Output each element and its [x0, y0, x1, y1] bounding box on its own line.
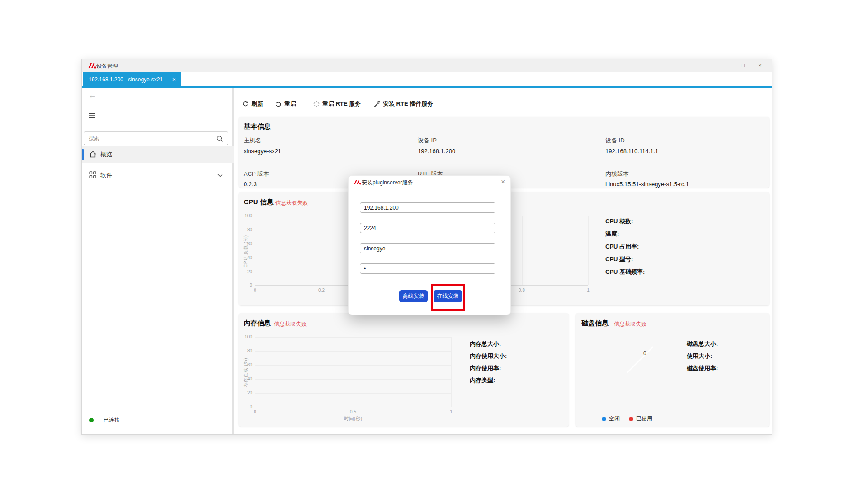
minimize-button[interactable]: — [714, 59, 732, 72]
sidebar-divider [82, 411, 232, 411]
app-logo-icon [87, 63, 96, 69]
window-title: 设备管理 [96, 62, 118, 70]
info-label: CPU 占用率: [605, 243, 645, 255]
field-label: 设备 ID [605, 136, 625, 145]
field-label: 主机名 [244, 136, 261, 145]
offline-install-button[interactable]: 离线安装 [399, 290, 428, 302]
maximize-button[interactable]: □ [734, 59, 752, 72]
y-tick: 80 [241, 348, 252, 353]
toolbar-label: 安装 RTE 插件服务 [383, 100, 433, 108]
legend-label: 空闲 [609, 415, 620, 422]
field-value: 192.168.1.200 [418, 148, 455, 155]
refresh-icon [242, 101, 249, 107]
tab-bar: 192.168.1.200 - sinsegye-sx21 × [82, 72, 772, 86]
memory-info-card: 内存信息 信息获取失败 内存负载 (%) 100 80 60 40 20 0 0… [239, 313, 569, 427]
info-label: 内存总大小: [470, 340, 507, 352]
app-logo-icon [353, 179, 361, 185]
hamburger-icon[interactable] [89, 113, 96, 118]
y-tick: 100 [241, 213, 252, 218]
password-field[interactable] [360, 263, 495, 274]
install-rte-plugin-button[interactable]: 安装 RTE 插件服务 [374, 99, 433, 109]
legend-free: 空闲 [602, 415, 620, 422]
tab-label: 192.168.1.200 - sinsegye-sx21 [89, 76, 163, 83]
y-tick: 40 [241, 376, 252, 381]
y-tick: 40 [241, 255, 252, 260]
install-pluginserver-dialog: 安装pluginserver服务 × 离线安装 在线安装 [348, 175, 511, 315]
x-tick: 0.8 [513, 288, 531, 293]
restart-rte-button[interactable]: 重启 RTE 服务 [313, 99, 361, 109]
info-label: 内存使用率: [470, 364, 507, 376]
x-tick: 0.2 [312, 288, 330, 293]
memory-chart [255, 337, 451, 407]
close-button[interactable]: × [751, 59, 769, 72]
selected-indicator [82, 149, 84, 160]
dialog-close-icon[interactable]: × [501, 178, 505, 185]
error-text: 信息获取失败 [274, 320, 307, 328]
search-input[interactable] [84, 132, 228, 145]
info-label: 内存类型: [470, 376, 507, 389]
info-label: CPU 基础频率: [605, 268, 645, 281]
info-label: 磁盘使用率: [687, 364, 718, 376]
card-title: 磁盘信息 [581, 319, 609, 328]
online-install-button[interactable]: 在线安装 [434, 290, 462, 302]
sidebar-item-software[interactable]: 软件 [82, 167, 234, 184]
y-tick: 0 [241, 283, 252, 288]
status-dot [89, 418, 94, 422]
y-tick: 60 [241, 241, 252, 246]
legend-dot-free [602, 417, 606, 421]
spinner-icon [313, 101, 320, 107]
chevron-down-icon[interactable] [217, 174, 223, 177]
card-title: 内存信息 [244, 319, 271, 328]
connection-status: 已连接 [89, 416, 120, 424]
grid-icon [89, 171, 96, 178]
pie-leader-line [625, 346, 655, 374]
tab-close-icon[interactable]: × [169, 76, 176, 83]
sidebar: ← 概览 [82, 88, 234, 434]
info-label: 磁盘总大小: [687, 340, 718, 352]
field-value: sinsegye-sx21 [244, 148, 281, 155]
port-field[interactable] [360, 223, 495, 233]
field-value: Linux5.15.51-sinsegye-s1.5-rc.1 [605, 181, 689, 188]
y-tick: 60 [241, 362, 252, 367]
ip-address-field[interactable] [360, 202, 495, 213]
field-label: 设备 IP [418, 136, 437, 145]
restart-button[interactable]: 重启 [275, 99, 296, 109]
toolbar-label: 刷新 [251, 100, 263, 108]
y-tick: 0 [241, 404, 252, 409]
x-tick: 1 [442, 409, 460, 414]
status-label: 已连接 [104, 416, 120, 424]
info-label: 内存使用大小: [470, 352, 507, 364]
x-tick: 0 [246, 288, 264, 293]
username-field[interactable] [360, 243, 495, 253]
field-value: 192.168.110.114.1.1 [605, 148, 658, 155]
sidebar-item-overview[interactable]: 概览 [82, 146, 234, 163]
field-value: 0.2.3 [244, 181, 257, 188]
cpu-info-labels: CPU 核数: 温度: CPU 占用率: CPU 型号: CPU 基础频率: [605, 217, 645, 281]
y-tick: 100 [241, 334, 252, 339]
back-arrow-icon[interactable]: ← [88, 90, 97, 100]
x-axis-label: 时间(秒) [255, 415, 451, 422]
info-label: CPU 型号: [605, 255, 645, 268]
sidebar-item-label: 概览 [100, 150, 112, 159]
device-tab[interactable]: 192.168.1.200 - sinsegye-sx21 × [83, 72, 181, 86]
dialog-title-bar: 安装pluginserver服务 × [349, 176, 510, 188]
y-tick: 80 [241, 227, 252, 232]
legend-used: 已使用 [629, 415, 652, 422]
pie-value-label: 0 [643, 350, 646, 357]
disk-info-card: 磁盘信息 信息获取失败 0 磁盘总大小: 使用大小: 磁盘使用率: 空闲 已 [576, 313, 769, 427]
info-label: CPU 核数: [605, 217, 645, 230]
error-text: 信息获取失败 [275, 199, 308, 207]
disk-info-labels: 磁盘总大小: 使用大小: 磁盘使用率: [687, 340, 718, 376]
info-label: 温度: [605, 230, 645, 243]
dialog-title: 安装pluginserver服务 [362, 179, 413, 187]
y-tick: 20 [241, 390, 252, 395]
search-icon [217, 136, 223, 142]
toolbar-label: 重启 [284, 100, 296, 108]
home-icon [89, 150, 97, 158]
title-bar: 设备管理 — □ × [82, 59, 772, 72]
memory-info-labels: 内存总大小: 内存使用大小: 内存使用率: 内存类型: [470, 340, 507, 389]
sidebar-item-label: 软件 [100, 171, 112, 179]
search-box [84, 131, 228, 145]
refresh-button[interactable]: 刷新 [242, 99, 263, 109]
field-label: 内核版本 [605, 170, 629, 178]
